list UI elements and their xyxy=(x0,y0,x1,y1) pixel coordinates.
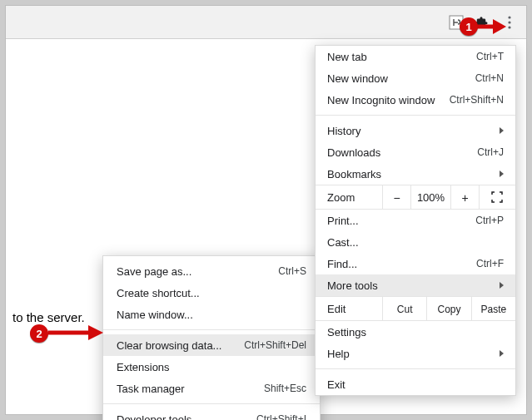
svg-point-1 xyxy=(508,16,510,18)
menu-item-help[interactable]: Help xyxy=(316,343,515,364)
menu-label: New window xyxy=(327,72,475,85)
svg-marker-7 xyxy=(88,325,103,340)
zoom-out-button[interactable]: − xyxy=(382,185,410,209)
submenu-item-name-window[interactable]: Name window... xyxy=(103,304,320,325)
menu-label: New Incognito window xyxy=(327,94,450,106)
chevron-right-icon xyxy=(500,127,504,134)
chevron-right-icon xyxy=(500,350,504,357)
copy-button[interactable]: Copy xyxy=(426,297,470,320)
menu-shortcut: Ctrl+F xyxy=(476,258,504,269)
menu-shortcut: Ctrl+N xyxy=(475,72,504,84)
more-tools-submenu: Save page as... Ctrl+S Create shortcut..… xyxy=(102,255,321,420)
edit-label: Edit xyxy=(327,297,382,320)
menu-shortcut: Ctrl+Shift+Del xyxy=(244,339,306,351)
menu-item-more-tools[interactable]: More tools xyxy=(316,274,515,296)
menu-label: Name window... xyxy=(117,309,306,321)
chevron-right-icon xyxy=(500,170,504,177)
menu-shortcut: Ctrl+P xyxy=(475,215,504,226)
menu-item-new-window[interactable]: New window Ctrl+N xyxy=(316,67,515,89)
zoom-label: Zoom xyxy=(327,191,382,204)
menu-label: Settings xyxy=(327,326,504,338)
menu-separator xyxy=(103,403,320,404)
menu-label: Find... xyxy=(327,258,476,270)
menu-item-new-incognito[interactable]: New Incognito window Ctrl+Shift+N xyxy=(316,89,515,111)
annotation-step-1: 1 xyxy=(460,17,478,36)
menu-shortcut: Ctrl+Shift+I xyxy=(256,413,306,420)
chrome-main-menu: New tab Ctrl+T New window Ctrl+N New Inc… xyxy=(315,45,516,396)
zoom-in-button[interactable]: + xyxy=(450,185,479,209)
menu-label: History xyxy=(327,125,495,137)
menu-item-settings[interactable]: Settings xyxy=(316,321,515,343)
submenu-item-create-shortcut[interactable]: Create shortcut... xyxy=(103,282,320,304)
svg-point-2 xyxy=(508,21,510,23)
menu-shortcut: Ctrl+Shift+N xyxy=(450,94,504,106)
menu-label: Print... xyxy=(327,215,475,227)
svg-point-3 xyxy=(508,26,510,28)
menu-label: Save page as... xyxy=(117,265,278,278)
menu-item-exit[interactable]: Exit xyxy=(316,373,515,395)
submenu-item-save-page[interactable]: Save page as... Ctrl+S xyxy=(103,260,320,282)
menu-label: Extensions xyxy=(117,361,306,373)
fullscreen-icon xyxy=(491,191,503,203)
menu-label: Developer tools xyxy=(117,413,256,421)
menu-item-history[interactable]: History xyxy=(316,120,515,141)
browser-window: to the server. New tab Ctrl+T New window… xyxy=(5,5,527,415)
menu-label: Bookmarks xyxy=(327,168,495,180)
menu-item-zoom: Zoom − 100% + xyxy=(316,185,515,210)
menu-shortcut: Ctrl+J xyxy=(477,146,504,158)
menu-label: Clear browsing data... xyxy=(117,339,244,352)
chevron-right-icon xyxy=(500,282,504,289)
svg-marker-5 xyxy=(493,19,506,34)
menu-label: New tab xyxy=(327,51,476,63)
annotation-step-2: 2 xyxy=(30,324,48,343)
menu-label: Task manager xyxy=(117,383,264,395)
menu-label: Cast... xyxy=(327,236,504,249)
menu-label: Help xyxy=(327,348,495,360)
cut-button[interactable]: Cut xyxy=(382,297,426,320)
annotation-arrow-2 xyxy=(47,323,105,343)
zoom-value: 100% xyxy=(410,185,450,209)
fullscreen-button[interactable] xyxy=(479,185,514,209)
menu-item-cast[interactable]: Cast... xyxy=(316,231,515,253)
menu-item-new-tab[interactable]: New tab Ctrl+T xyxy=(316,46,515,67)
paste-button[interactable]: Paste xyxy=(471,297,515,320)
menu-item-bookmarks[interactable]: Bookmarks xyxy=(316,163,515,185)
browser-toolbar xyxy=(6,6,526,39)
menu-item-edit: Edit Cut Copy Paste xyxy=(316,296,515,321)
menu-label: Create shortcut... xyxy=(117,287,306,299)
menu-separator xyxy=(316,115,515,116)
submenu-item-developer-tools[interactable]: Developer tools Ctrl+Shift+I xyxy=(103,408,320,420)
menu-label: More tools xyxy=(327,279,495,292)
menu-item-find[interactable]: Find... Ctrl+F xyxy=(316,253,515,274)
menu-separator xyxy=(316,368,515,369)
menu-shortcut: Ctrl+S xyxy=(278,265,306,277)
menu-item-print[interactable]: Print... Ctrl+P xyxy=(316,210,515,231)
menu-separator xyxy=(103,329,320,330)
submenu-item-task-manager[interactable]: Task manager Shift+Esc xyxy=(103,378,320,399)
menu-shortcut: Shift+Esc xyxy=(264,383,306,394)
submenu-item-clear-browsing-data[interactable]: Clear browsing data... Ctrl+Shift+Del xyxy=(103,334,320,356)
menu-label: Exit xyxy=(327,378,504,391)
submenu-item-extensions[interactable]: Extensions xyxy=(103,356,320,378)
menu-label: Downloads xyxy=(327,146,477,159)
menu-shortcut: Ctrl+T xyxy=(476,51,504,62)
menu-item-downloads[interactable]: Downloads Ctrl+J xyxy=(316,141,515,163)
